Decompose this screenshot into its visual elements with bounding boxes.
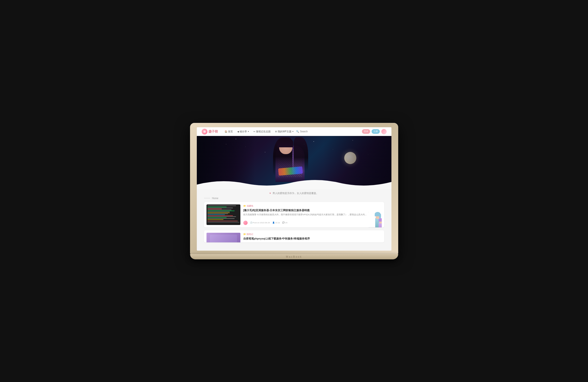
post-views-1: 👤 15.1k: [272, 221, 280, 224]
breadcrumb-line: [204, 198, 210, 198]
char-hair-right: [294, 137, 308, 171]
logo-icon: 萌: [202, 129, 208, 135]
folder-icon-2: 📁: [243, 233, 246, 235]
post-excerpt-1: 前方高能预警 今天推荐的比较高大尚，我不像那些渣渣只推荐VPS(Xi,到的姑号提…: [243, 213, 382, 217]
motto-heart-icon: ♥: [270, 192, 271, 195]
post-card-2: 📁 随笔记 自搭笔笔phpnysql上线下载服务/中转服务/终端服务程序: [204, 230, 384, 242]
char-hair-top: [277, 138, 293, 147]
post-category-2[interactable]: 📁 随笔记: [243, 233, 382, 236]
post-thumbnail-1: [207, 204, 240, 225]
user-avatar[interactable]: [381, 129, 387, 134]
snow-2: [265, 152, 265, 152]
term-line-11: [208, 215, 233, 216]
nav-search[interactable]: 🔍 Search: [296, 130, 308, 133]
term-line-4: [208, 209, 222, 209]
post-thumbnail-2: [207, 233, 240, 242]
search-icon: 🔍: [296, 130, 299, 133]
navbar-right: 登录 注册: [362, 129, 387, 134]
post-content-2: 📁 随笔记 自搭笔笔phpnysql上线下载服务/中转服务/终端服务程序: [243, 233, 382, 240]
site-logo[interactable]: 萌 盏子萌: [202, 129, 218, 135]
nav-menu: 🏠 首页 ◀ 福分享 ▼ ✏ 随笔记生志面 ⚙: [223, 129, 362, 134]
dropdown-arrow-icon-2: ▼: [292, 131, 294, 132]
thumb-2-inner: [210, 235, 237, 242]
post-title-2[interactable]: 自搭笔笔phpnysql上线下载服务/中转服务/终端服务程序: [243, 237, 382, 241]
navbar: 萌 盏子萌 🏠 首页 ◀ 福分享 ▼: [197, 127, 391, 136]
post-comments-1: 💬 25: [282, 221, 287, 224]
term-line-2: [208, 207, 227, 207]
term-line-8: [208, 212, 230, 213]
screen-bezel: 萌 盏子萌 🏠 首页 ◀ 福分享 ▼: [190, 123, 398, 254]
site-wrapper: 萌 盏子萌 🏠 首页 ◀ 福分享 ▼: [197, 127, 391, 251]
term-line-15: [208, 219, 223, 220]
share-icon: ◀: [237, 130, 239, 133]
term-line-7: [208, 211, 230, 212]
home-icon: 🏠: [225, 130, 227, 133]
notes-icon: ✏: [253, 130, 255, 133]
comments-icon: 💬: [282, 221, 285, 224]
nav-wp-theme[interactable]: ⚙ 我的WP主题 ▼: [273, 129, 295, 134]
breadcrumb-text: Home: [212, 197, 219, 200]
term-line-3: [208, 208, 233, 208]
post-meta-1: 🕐 Post on 2022-08-29 👤 15.1k 💬 25: [243, 221, 382, 225]
folder-icon: 📁: [243, 205, 246, 207]
nav-share[interactable]: ◀ 福分享 ▼: [235, 129, 251, 134]
term-line-bottom: [208, 221, 238, 221]
laptop-brand: MacBook: [286, 255, 302, 258]
screen: 萌 盏子萌 🏠 首页 ◀ 福分享 ▼: [197, 127, 391, 251]
term-bottom-bar: [208, 222, 239, 222]
register-button[interactable]: 注册: [372, 129, 380, 134]
post-content-1: 📁 福赚钱 [撸大毛鸡]亚洲服务器-日本东京三网软银独立服务器特惠 前方高能预警…: [243, 204, 382, 225]
motto-text: 男人的爱情是另存为，女人的爱情是覆盖。: [273, 192, 318, 195]
post-thumb-2-visual: [207, 233, 240, 242]
term-line-14: [208, 218, 234, 219]
hero-character: [271, 137, 309, 182]
login-button[interactable]: 登录: [362, 129, 370, 134]
laptop-container: 萌 盏子萌 🏠 首页 ◀ 福分享 ▼: [190, 123, 398, 259]
term-line-6: [208, 210, 234, 211]
post-title-1[interactable]: [撸大毛鸡]亚洲服务器-日本东京三网软银独立服务器特惠: [243, 209, 382, 212]
deco-char-2: [376, 220, 382, 227]
terminal-screenshot: [207, 204, 240, 225]
breadcrumb: Home: [197, 197, 391, 201]
posts-container: 📁 福赚钱 [撸大毛鸡]亚洲服务器-日本东京三网软银独立服务器特惠 前方高能预警…: [197, 201, 391, 245]
post-date-1: 🕐 Post on 2022-08-29: [250, 221, 270, 224]
post-card-1: 📁 福赚钱 [撸大毛鸡]亚洲服务器-日本东京三网软银独立服务器特惠 前方高能预警…: [204, 202, 384, 227]
hero-section: [197, 136, 391, 189]
motto-bar: ♥ 男人的爱情是另存为，女人的爱情是覆盖。: [197, 189, 391, 197]
term-line-5: [208, 209, 231, 210]
logo-text: 盏子萌: [209, 129, 218, 134]
nav-notes[interactable]: ✏ 随笔记生志面: [252, 129, 273, 134]
term-line-12: [208, 216, 236, 217]
term-line-1: [208, 205, 236, 206]
post-category-1[interactable]: 📁 福赚钱: [243, 204, 382, 208]
clock-icon: 🕐: [250, 221, 252, 224]
term-line-10: [208, 214, 225, 215]
star-3: [314, 141, 314, 142]
nav-home[interactable]: 🏠 首页: [223, 129, 235, 134]
laptop-base: MacBook: [190, 254, 398, 259]
card-decoration-figure: ☆ ...: [368, 212, 382, 227]
wp-icon: ⚙: [275, 130, 277, 133]
term-line-9: [208, 213, 228, 214]
deco-char-2-hair: [378, 218, 382, 221]
views-icon: 👤: [272, 221, 275, 224]
post-avatar-1: [243, 221, 248, 225]
svg-text:萌: 萌: [204, 131, 206, 133]
dropdown-arrow-icon: ▼: [248, 131, 249, 132]
hero-wave: [197, 177, 391, 189]
term-line-13: [208, 217, 227, 218]
